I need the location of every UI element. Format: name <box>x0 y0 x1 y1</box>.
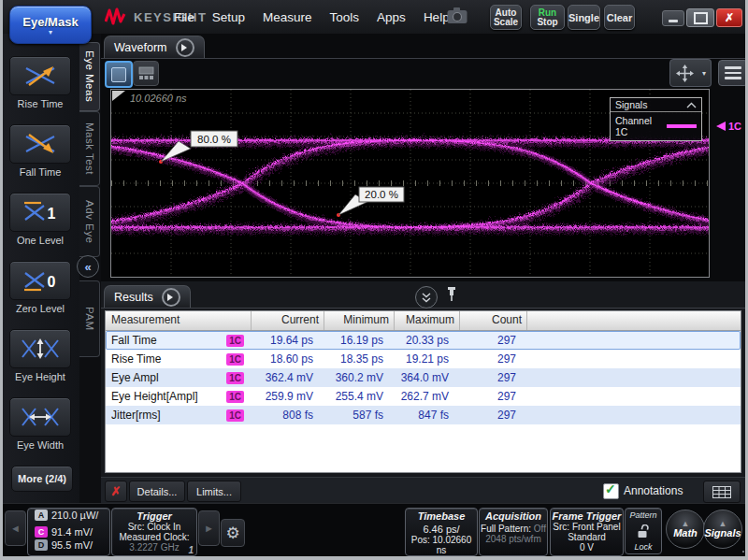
collapse-icon: « <box>84 260 91 274</box>
scroll-panels-left-button[interactable]: ◄ <box>5 510 26 546</box>
annotations-checkbox[interactable]: ✓ <box>603 483 619 499</box>
menu-apps[interactable]: Apps <box>377 10 406 24</box>
channel-1c-marker[interactable]: 1C <box>712 121 741 132</box>
channel-scales-panel[interactable]: A 210.0 µW/ C 91.4 mV/ D 95.5 mV/ <box>27 508 110 556</box>
timebase-scale: 6.46 ps/ <box>406 522 477 535</box>
trigger-panel[interactable]: Trigger Src: Clock In Measured Clock: 3.… <box>111 508 197 556</box>
acquisition-points: 2048 pts/wfm <box>480 534 547 544</box>
col-current[interactable]: Current <box>252 311 324 330</box>
measurement-sidebar: Rise Time Fall Time 1 One Level <box>0 34 79 507</box>
status-bar: ◄ A 210.0 µW/ C 91.4 mV/ D 95.5 mV/ Trig… <box>0 503 748 557</box>
sidebar-item-one-level[interactable]: 1 One Level <box>9 193 71 246</box>
eye-mask-mode-button[interactable]: Eye/Mask ▾ <box>9 6 92 44</box>
waveform-tab[interactable]: Waveform <box>104 36 205 59</box>
waveform-menu-button[interactable] <box>718 60 748 86</box>
rise-time-icon <box>9 56 71 95</box>
close-button[interactable]: ✗ <box>716 8 742 27</box>
scroll-panels-right-button[interactable]: ► <box>198 510 220 546</box>
channel-a-badge: A <box>35 510 48 521</box>
details-button[interactable]: Details... <box>129 481 185 502</box>
waveform-play-icon[interactable] <box>176 38 194 57</box>
pan-waveform-button[interactable] <box>669 59 699 87</box>
signals-button[interactable]: ▲ Signals <box>703 510 742 549</box>
results-play-icon[interactable] <box>162 288 180 307</box>
delete-measurement-button[interactable]: ✗ <box>105 481 127 502</box>
sidebar-item-zero-level[interactable]: 0 Zero Level <box>9 261 71 314</box>
layout-quad-button[interactable] <box>133 61 159 86</box>
minimize-button[interactable] <box>662 10 684 26</box>
maximize-button[interactable] <box>686 8 714 27</box>
run-stop-button[interactable]: Run Stop <box>530 5 565 30</box>
table-row-eye-height-ampl[interactable]: Eye Height[Ampl]1C 259.9 mV 255.4 mV 262… <box>106 387 741 406</box>
sidebar-item-fall-time[interactable]: Fall Time <box>9 124 71 178</box>
tab-mask-test[interactable]: Mask Test <box>79 111 100 186</box>
channel-d-row[interactable]: D 95.5 mV/ <box>28 538 109 552</box>
table-row-eye-ampl[interactable]: Eye Ampl1C 362.4 mV 360.2 mV 364.0 mV 29… <box>106 368 741 387</box>
table-view-button[interactable] <box>703 481 741 503</box>
tab-adv-eye[interactable]: Adv Eye <box>79 186 100 257</box>
collapse-results-button[interactable] <box>415 286 438 309</box>
trigger-source: Src: Clock In <box>112 522 196 532</box>
table-row-fall-time[interactable]: Fall Time1C 19.64 ps 16.19 ps 20.33 ps 2… <box>106 331 741 350</box>
menu-tools[interactable]: Tools <box>330 10 360 24</box>
channel-marker-icon <box>712 122 726 131</box>
more-measurements-button[interactable]: More (2/4) <box>11 466 73 492</box>
pan-options-dropdown[interactable]: ▾ <box>698 59 712 87</box>
legend-collapse-icon[interactable] <box>686 102 697 108</box>
timebase-position: Pos: 10.02660 ns <box>406 535 477 555</box>
menu-measure[interactable]: Measure <box>263 10 312 24</box>
clear-button[interactable]: Clear <box>604 5 635 30</box>
up-triangle-icon: ▲ <box>719 520 727 527</box>
layout-single-button[interactable] <box>105 61 133 88</box>
results-footer: ✗ Details... Limits... ✓ Annotations <box>101 477 745 504</box>
frame-trigger-title: Frame Trigger <box>551 509 623 522</box>
more-button-label: More (2/4) <box>18 473 66 484</box>
timebase-scale-label: 10.02660 ns <box>130 93 187 104</box>
tab-pam[interactable]: PAM <box>79 280 100 357</box>
sidebar-item-eye-width[interactable]: Eye Width <box>9 397 71 451</box>
pattern-lock-panel[interactable]: Pattern Lock <box>625 508 662 554</box>
results-table-header[interactable]: Measurement Current Minimum Maximum Coun… <box>106 311 741 331</box>
sidebar-item-eye-height[interactable]: Eye Height <box>9 329 71 382</box>
timebase-title: Timebase <box>406 509 477 522</box>
single-button[interactable]: Single <box>568 5 600 30</box>
svg-text:0: 0 <box>48 274 56 290</box>
results-tab[interactable]: Results <box>104 285 191 309</box>
setup-gear-button[interactable]: ⚙ <box>221 519 245 547</box>
limits-button[interactable]: Limits... <box>187 481 241 502</box>
col-minimum[interactable]: Minimum <box>324 311 395 330</box>
eye-diagram-plot[interactable]: 10.02660 ns 80.0 % 20.0 % Sig <box>110 89 710 278</box>
sidebar-item-label: Fall Time <box>9 166 71 178</box>
channel-c-row[interactable]: C 91.4 mV/ <box>28 525 109 538</box>
right-arrow-icon: ► <box>204 523 214 534</box>
table-row-jitter-rms[interactable]: Jitter[rms]1C 808 fs 587 fs 847 fs 297 <box>106 406 741 424</box>
tab-label: Mask Test <box>84 122 95 175</box>
menu-setup[interactable]: Setup <box>212 10 245 24</box>
auto-scale-button[interactable]: Auto Scale <box>490 5 522 30</box>
screenshot-camera-button[interactable] <box>446 6 468 30</box>
frame-trigger-panel[interactable]: Frame Trigger Src: Front Panel Standard … <box>550 508 624 556</box>
auto-scale-line2: Scale <box>494 18 518 27</box>
eye-width-icon <box>9 397 71 437</box>
svg-text:1: 1 <box>48 206 56 222</box>
signals-legend[interactable]: Signals Channel 1C <box>610 97 702 141</box>
math-button[interactable]: ▲ Math <box>666 510 705 549</box>
annotation-20-percent[interactable]: 20.0 % <box>337 187 404 217</box>
acquisition-panel[interactable]: Acquisition Full Pattern: Off 2048 pts/w… <box>479 508 548 556</box>
dropdown-icon: ▾ <box>702 69 706 78</box>
timebase-panel[interactable]: Timebase 6.46 ps/ Pos: 10.02660 ns <box>405 508 478 556</box>
pin-results-button[interactable] <box>446 286 457 307</box>
channel-a-row[interactable]: A 210.0 µW/ <box>28 509 109 522</box>
col-maximum[interactable]: Maximum <box>395 311 460 330</box>
channel-d-badge: D <box>35 539 48 551</box>
menu-file[interactable]: File <box>174 10 194 24</box>
sidebar-item-rise-time[interactable]: Rise Time <box>9 56 71 109</box>
col-measurement[interactable]: Measurement <box>106 311 252 330</box>
col-count[interactable]: Count <box>460 311 527 330</box>
resize-grip[interactable] <box>742 551 744 553</box>
results-tab-label: Results <box>114 291 153 304</box>
table-row-rise-time[interactable]: Rise Time1C 18.60 ps 18.35 ps 19.21 ps 2… <box>106 350 741 368</box>
collapse-sidebar-button[interactable]: « <box>77 255 99 278</box>
tab-label: Eye Meas <box>84 50 95 102</box>
tab-eye-meas[interactable]: Eye Meas <box>79 42 100 111</box>
